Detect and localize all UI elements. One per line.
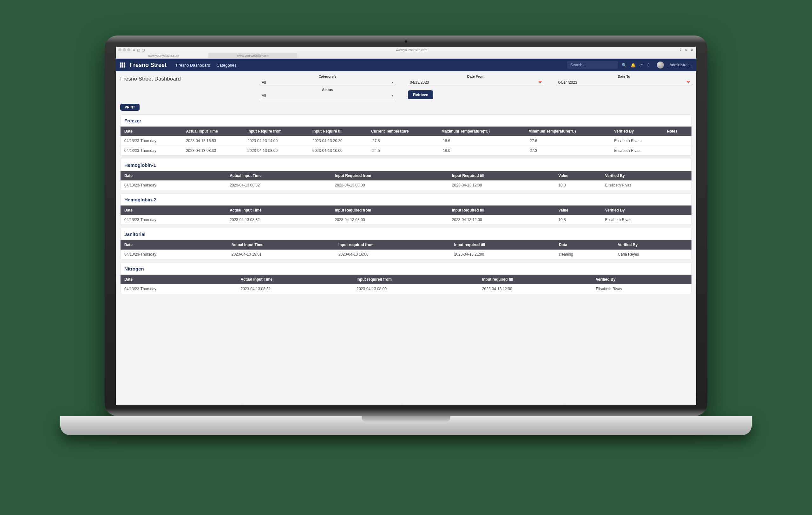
section-janitorial: JanitorialDateActual Input TimeInput req… (120, 228, 692, 260)
table-cell: 2023-04-13 08:32 (226, 180, 331, 190)
table-cell: Elisabeth Rivas (592, 284, 692, 294)
retrieve-button[interactable]: Retrieve (408, 90, 433, 99)
page-title: Fresno Street Dashboard (120, 76, 254, 82)
table-header: Input Require from (243, 126, 309, 136)
section-title: Freezer (120, 115, 692, 126)
table-header: Actual Input Time (182, 126, 243, 136)
table-cell: 2023-04-13 20:30 (309, 136, 367, 146)
screen: ‹ › ▢ ▢ www.yourwebsite.com ⇧ ⧉ ⊕ www.yo… (116, 47, 696, 405)
table-cell: 10.8 (554, 180, 601, 190)
filter-status-value: All (262, 94, 392, 98)
header-icons: 🔍 🔔 ⟳ ☾ Administrat... (622, 62, 692, 68)
section-nitrogen: NitrogenDateActual Input TimeInput requi… (120, 263, 692, 294)
table-header: Date (120, 240, 228, 249)
table-row: 04/13/23-Thursday2023-04-13 08:322023-04… (120, 180, 692, 190)
nav-icon[interactable]: ▢ (137, 48, 140, 52)
table-cell: 2023-04-13 12:00 (448, 215, 555, 224)
camera-icon (405, 40, 407, 43)
laptop-notch (361, 416, 451, 422)
browser-chrome: ‹ › ▢ ▢ www.yourwebsite.com ⇧ ⧉ ⊕ www.yo… (116, 47, 696, 59)
chevron-down-icon: ▾ (392, 81, 393, 84)
table-cell: 2023-04-13 21:00 (451, 249, 555, 259)
table-header: Input required from (353, 275, 478, 284)
table-row: 04/13/23-Thursday2023-04-13 19:012023-04… (120, 249, 692, 259)
table-header: Actual Input Time (237, 275, 353, 284)
table-cell: 2023-04-13 10:00 (309, 146, 367, 156)
nav-fresno-dashboard[interactable]: Fresno Dashboard (176, 63, 210, 67)
table-cell: 2023-04-13 08:00 (353, 284, 478, 294)
table-cell: 2023-04-13 08:32 (237, 284, 353, 294)
table-cell: -27.3 (525, 146, 610, 156)
share-icon[interactable]: ⇧ (678, 48, 682, 52)
avatar[interactable] (657, 62, 664, 68)
section-hemoglobin2: Hemoglobin-2DateActual Input TimeInput R… (120, 193, 692, 225)
laptop-screen-frame: ‹ › ▢ ▢ www.yourwebsite.com ⇧ ⧉ ⊕ www.yo… (105, 35, 707, 416)
table-header: Date (120, 275, 237, 284)
filter-status: Status All ▾ (260, 88, 395, 99)
nav-icon[interactable]: ▢ (142, 48, 145, 52)
moon-icon[interactable]: ☾ (647, 63, 650, 67)
url-display[interactable]: www.yourwebsite.com (145, 48, 678, 52)
table-header: Data (555, 240, 614, 249)
table-header: Value (554, 206, 601, 215)
table-header: Date (120, 126, 182, 136)
table-cell: Elisabeth Rivas (601, 215, 692, 224)
search-input[interactable] (567, 61, 618, 69)
search-icon[interactable]: 🔍 (622, 63, 627, 67)
table-cell: 04/13/23-Thursday (120, 136, 182, 146)
table-cell: 2023-04-13 08:00 (331, 180, 448, 190)
filter-date-from-input[interactable]: 04/13/2023 📅 (408, 79, 543, 86)
filter-date-to-input[interactable]: 04/14/2023 📅 (556, 79, 692, 86)
traffic-lights[interactable] (118, 48, 130, 51)
table-cell: 2023-04-13 12:00 (478, 284, 592, 294)
app-grid-icon[interactable] (120, 62, 125, 67)
filter-date-to-value: 04/14/2023 (558, 80, 687, 85)
data-table: DateActual Input TimeInput Required from… (120, 171, 692, 190)
table-cell: 04/13/23-Thursday (120, 249, 228, 259)
subheader: Fresno Street Dashboard Category's All ▾… (116, 71, 696, 101)
table-cell (663, 136, 692, 146)
table-header: Input Required till (448, 206, 555, 215)
print-button[interactable]: PRINT (120, 104, 140, 111)
section-title: Hemoglobin-1 (120, 159, 692, 171)
bell-icon[interactable]: 🔔 (631, 63, 636, 67)
refresh-icon[interactable]: ⟳ (639, 63, 643, 67)
table-cell: 2023-04-13 08:00 (331, 215, 448, 224)
add-icon[interactable]: ⊕ (690, 48, 694, 52)
table-row: 04/13/23-Thursday2023-04-13 08:322023-04… (120, 284, 692, 294)
filter-date-from-label: Date From (408, 74, 543, 78)
browser-tabs: www.yourwebsite.com www.yourwebsite.com (116, 53, 696, 58)
table-header: Verified By (610, 126, 663, 136)
table-header: Input Required till (448, 171, 555, 180)
table-cell: 2023-04-13 08:33 (182, 146, 243, 156)
filter-date-to: Date To 04/14/2023 📅 (556, 74, 692, 86)
browser-toolbar-right: ⇧ ⧉ ⊕ (678, 48, 694, 52)
table-header: Input required till (451, 240, 555, 249)
data-table: DateActual Input TimeInput Require fromI… (120, 126, 692, 155)
copy-icon[interactable]: ⧉ (684, 48, 688, 52)
app-header: Fresno Street Fresno Dashboard Categorie… (116, 59, 696, 71)
table-header: Verified By (592, 275, 692, 284)
filter-category-value: All (262, 80, 392, 85)
filter-category-select[interactable]: All ▾ (260, 79, 395, 86)
table-cell: 04/13/23-Thursday (120, 180, 226, 190)
table-cell: -27.6 (525, 136, 610, 146)
table-cell: -27.8 (367, 136, 438, 146)
table-cell: 2023-04-13 08:00 (243, 146, 309, 156)
table-header: Input required from (335, 240, 451, 249)
table-cell: Elisabeth Rivas (610, 146, 663, 156)
nav-categories[interactable]: Categories (216, 63, 237, 67)
section-title: Hemoglobin-2 (120, 194, 692, 206)
table-row: 04/13/23-Thursday2023-04-13 08:322023-04… (120, 215, 692, 224)
filter-status-select[interactable]: All ▾ (260, 93, 395, 99)
browser-tab[interactable]: www.yourwebsite.com (208, 53, 297, 58)
table-cell: -24.5 (367, 146, 438, 156)
table-header: Input Required from (331, 171, 448, 180)
table-header: Value (554, 171, 601, 180)
nav-forward-icon[interactable]: › (134, 48, 135, 52)
table-header: Input required till (478, 275, 592, 284)
browser-tab[interactable]: www.yourwebsite.com (119, 53, 208, 58)
user-label[interactable]: Administrat... (670, 63, 692, 67)
table-cell: Elisabeth Rivas (610, 136, 663, 146)
section-title: Janitorial (120, 228, 692, 240)
